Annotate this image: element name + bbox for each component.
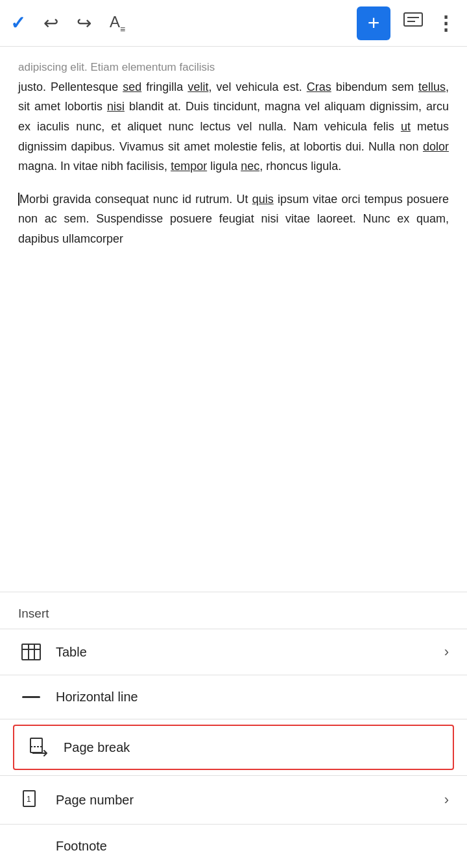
footnote-label: Footnote: [56, 839, 449, 854]
page-number-label: Page number: [56, 793, 444, 808]
menu-item-table[interactable]: Table ›: [0, 629, 467, 675]
table-label: Table: [56, 645, 444, 660]
table-icon: [18, 644, 44, 660]
svg-rect-3: [22, 644, 40, 660]
underline-nisi: nisi: [107, 100, 125, 113]
underline-quis: quis: [252, 193, 274, 206]
menu-item-page-number[interactable]: 1 Page number ›: [0, 776, 467, 824]
underline-sed: sed: [123, 80, 141, 93]
check-icon[interactable]: ✓: [10, 12, 25, 34]
svg-rect-0: [404, 13, 422, 26]
underline-velit: velit: [187, 80, 208, 93]
insert-panel: Insert Table › Horizontal line: [0, 592, 467, 868]
page-break-icon: [26, 738, 52, 757]
insert-header: Insert: [0, 592, 467, 629]
underline-ut: ut: [401, 120, 411, 133]
text-cursor: [18, 193, 19, 206]
horizontal-line-icon: [18, 696, 44, 698]
comment-icon[interactable]: [403, 12, 423, 34]
underline-dolor: dolor: [423, 140, 449, 153]
page-number-icon: 1: [18, 790, 44, 810]
svg-text:1: 1: [27, 795, 31, 804]
page-number-chevron: ›: [444, 791, 449, 808]
menu-item-horizontal-line[interactable]: Horizontal line: [0, 675, 467, 719]
toolbar: ✓ ↩ ↪ A≡ + ⋮: [0, 0, 467, 47]
toolbar-right: + ⋮: [357, 6, 457, 40]
horizontal-line-label: Horizontal line: [56, 690, 449, 705]
menu-item-page-break[interactable]: Page break: [13, 725, 454, 770]
table-chevron: ›: [444, 644, 449, 660]
paragraph-1: adipiscing elit. Etiam elementum facilis…: [18, 57, 449, 176]
paragraph-2: Morbi gravida consequat nunc id rutrum. …: [18, 189, 449, 249]
format-text-icon[interactable]: A≡: [110, 13, 125, 33]
redo-icon[interactable]: ↪: [77, 12, 91, 34]
menu-item-footnote[interactable]: Footnote: [0, 825, 467, 868]
underline-nec: nec: [241, 160, 259, 173]
document-area: adipiscing elit. Etiam elementum facilis…: [0, 47, 467, 592]
underline-tempor: tempor: [171, 160, 207, 173]
underline-cras: Cras: [307, 80, 331, 93]
page-break-label: Page break: [64, 740, 441, 755]
undo-icon[interactable]: ↩: [43, 12, 58, 34]
svg-rect-7: [30, 738, 42, 753]
toolbar-left: ✓ ↩ ↪ A≡: [10, 12, 125, 34]
underline-tellus: tellus: [418, 80, 446, 93]
more-options-icon[interactable]: ⋮: [436, 12, 457, 34]
insert-button[interactable]: +: [357, 6, 390, 40]
